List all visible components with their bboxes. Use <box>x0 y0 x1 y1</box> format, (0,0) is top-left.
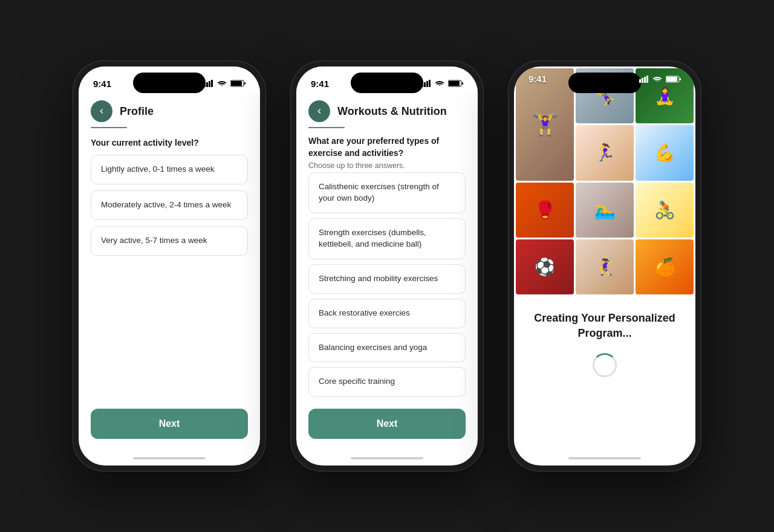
photo-cell-11: 🍊 <box>636 239 694 294</box>
battery-icon-2 <box>448 80 463 87</box>
home-bar-2 <box>351 457 423 459</box>
svg-rect-9 <box>426 81 428 87</box>
svg-rect-6 <box>244 82 246 85</box>
exercise-option-4[interactable]: Back restorative exercies <box>308 299 466 328</box>
exercise-option-3[interactable]: Stretching and mobility exercises <box>308 264 466 294</box>
svg-rect-13 <box>462 82 463 85</box>
svg-rect-10 <box>429 80 431 87</box>
page-title-1: Profile <box>120 105 154 118</box>
battery-icon <box>230 80 246 87</box>
phones-container: 9:41 <box>48 36 726 496</box>
photo-emoji-5: 💪 <box>654 143 675 163</box>
home-indicator-1 <box>79 451 260 465</box>
creating-section: Creating Your Personalized Program... <box>514 296 695 451</box>
activity-option-1[interactable]: Lightly active, 0-1 times a week <box>91 155 248 184</box>
phone-2: 9:41 <box>290 60 484 472</box>
photo-emoji-10: 🤾‍♀️ <box>594 257 616 277</box>
photo-cell-7: 🏊‍♂️ <box>576 183 634 238</box>
wifi-icon-2 <box>435 80 444 87</box>
activity-option-3[interactable]: Very active, 5-7 times a week <box>91 226 248 256</box>
exercise-question-block: What are your preferred types of exercis… <box>296 128 478 172</box>
exercise-question: What are your preferred types of exercis… <box>308 135 466 159</box>
back-arrow-icon <box>97 106 106 116</box>
photo-emoji-11: 🍊 <box>654 257 675 277</box>
svg-rect-2 <box>209 81 210 87</box>
photo-emoji-1: 🏋️‍♀️ <box>532 112 559 137</box>
status-icons-3 <box>639 76 681 83</box>
phone-1-content: Profile Your current activity level? Lig… <box>79 93 260 465</box>
home-indicator-2 <box>296 451 478 465</box>
wifi-icon-3 <box>652 76 662 83</box>
next-button-2[interactable]: Next <box>308 409 466 439</box>
page-title-2: Workouts & Nutrition <box>337 105 447 118</box>
battery-icon-3 <box>666 76 681 83</box>
phone-2-content: Workouts & Nutrition What are your prefe… <box>296 93 478 465</box>
signal-icon-3 <box>639 76 649 83</box>
next-button-1[interactable]: Next <box>91 409 248 439</box>
photo-emoji-4: 🏃‍♀️ <box>594 143 616 163</box>
activity-question: Your current activity level? <box>79 128 260 155</box>
exercise-options-list: Calisthenic exercises (strength of your … <box>296 172 478 399</box>
photo-cell-9: ⚽ <box>516 239 574 294</box>
photo-cell-8: 🚴 <box>636 183 694 238</box>
svg-rect-15 <box>642 78 643 83</box>
phone-3: 9:41 <box>508 60 701 472</box>
home-indicator-3 <box>514 451 695 465</box>
photo-cell-5: 💪 <box>636 125 694 180</box>
svg-rect-19 <box>666 77 677 82</box>
exercise-option-6[interactable]: Core specific training <box>308 367 466 397</box>
photo-cell-1: 🏋️‍♀️ <box>516 68 574 181</box>
status-bar-3-overlay: 9:41 <box>528 74 681 84</box>
photo-grid-container: 9:41 <box>514 66 695 296</box>
phone-1: 9:41 <box>73 60 266 472</box>
activity-option-2[interactable]: Moderately active, 2-4 times a week <box>91 190 248 220</box>
svg-rect-17 <box>646 76 648 83</box>
svg-rect-1 <box>206 82 208 87</box>
status-icons-2 <box>421 80 463 87</box>
exercise-option-2[interactable]: Strength exercises (dumbells, kettlebell… <box>308 218 466 259</box>
back-button-1[interactable] <box>91 100 112 122</box>
svg-rect-12 <box>449 81 460 86</box>
svg-rect-5 <box>231 81 242 86</box>
status-time-3: 9:41 <box>528 74 547 84</box>
photo-cell-6: 🥊 <box>516 183 574 238</box>
photo-cell-4: 🏃‍♀️ <box>576 125 634 180</box>
exercise-option-5[interactable]: Balancing exercises and yoga <box>308 333 466 363</box>
activity-options-list: Lightly active, 0-1 times a week Moderat… <box>79 155 260 399</box>
status-time-1: 9:41 <box>93 79 111 89</box>
photo-emoji-8: 🚴 <box>654 200 675 220</box>
dynamic-island-1 <box>133 73 206 93</box>
photo-grid: 🏋️‍♀️ 🤸‍♀️ 🧘‍♀️ 🏃‍♀️ 💪 <box>514 66 695 296</box>
svg-rect-14 <box>639 79 641 83</box>
app-header-2: Workouts & Nutrition <box>296 93 478 127</box>
creating-title: Creating Your Personalized Program... <box>526 311 683 341</box>
loading-spinner <box>593 353 617 377</box>
home-bar-1 <box>133 457 206 459</box>
back-arrow-icon-2 <box>314 106 324 116</box>
dynamic-island-2 <box>351 73 423 93</box>
home-bar-3 <box>568 457 641 459</box>
photo-cell-10: 🤾‍♀️ <box>576 239 634 294</box>
status-icons-1 <box>204 80 246 87</box>
photo-emoji-9: ⚽ <box>535 257 556 277</box>
status-time-2: 9:41 <box>311 79 329 89</box>
exercise-sub-question: Choose up to three answers. <box>308 161 466 170</box>
svg-rect-20 <box>680 78 681 80</box>
svg-rect-8 <box>424 82 426 87</box>
exercise-option-1[interactable]: Calisthenic exercises (strength of your … <box>308 172 466 213</box>
wifi-icon <box>217 80 227 87</box>
back-button-2[interactable] <box>308 100 330 122</box>
svg-rect-3 <box>211 80 213 87</box>
photo-emoji-7: 🏊‍♂️ <box>594 200 616 220</box>
app-header-1: Profile <box>79 93 260 127</box>
svg-rect-16 <box>644 77 646 83</box>
photo-emoji-6: 🥊 <box>535 200 556 220</box>
photo-emoji-3: 🧘‍♀️ <box>654 86 675 106</box>
